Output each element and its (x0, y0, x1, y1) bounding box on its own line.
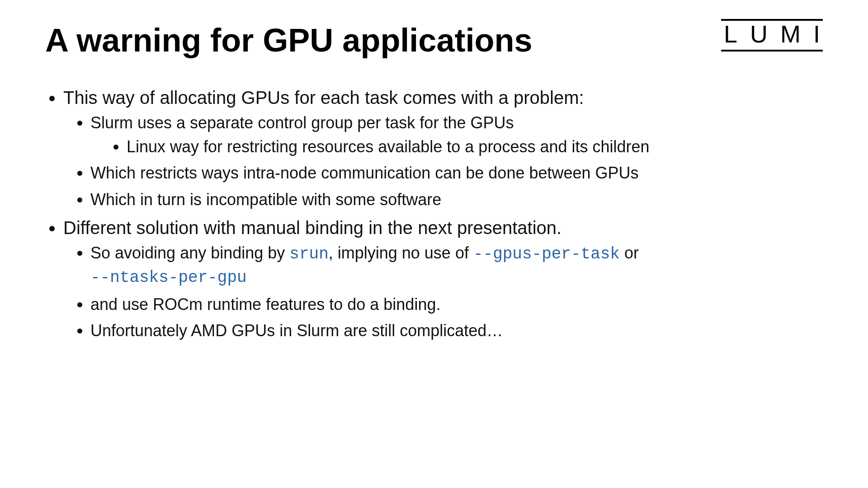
inline-code-ntasks-per-gpu: --ntasks-per-gpu (90, 268, 247, 287)
bullet-text: , implying no use of (329, 244, 473, 262)
inline-code-gpus-per-task: --gpus-per-task (473, 245, 620, 263)
bullet-level1: Different solution with manual binding i… (63, 216, 823, 342)
bullet-list: This way of allocating GPUs for each tas… (45, 86, 823, 342)
bullet-level2: and use ROCm runtime features to do a bi… (90, 294, 823, 316)
inline-code-srun: srun (289, 245, 328, 263)
bullet-text: Unfortunately AMD GPUs in Slurm are stil… (90, 321, 503, 340)
bullet-text: This way of allocating GPUs for each tas… (63, 88, 584, 108)
bullet-text: Which in turn is incompatible with some … (90, 190, 441, 209)
bullet-text: Different solution with manual binding i… (63, 218, 561, 238)
bullet-level3: Linux way for restricting resources avai… (127, 136, 823, 158)
bullet-text: Linux way for restricting resources avai… (127, 137, 650, 156)
bullet-subsublist: Linux way for restricting resources avai… (90, 136, 823, 158)
lumi-logo: LUMI (724, 22, 833, 49)
bullet-text: or (620, 244, 639, 262)
bullet-level2: Slurm uses a separate control group per … (90, 112, 823, 158)
bullet-text: Slurm uses a separate control group per … (90, 113, 514, 132)
bullet-sublist: So avoiding any binding by srun, implyin… (63, 242, 823, 342)
slide: LUMI A warning for GPU applications This… (0, 0, 868, 488)
bullet-level2: Unfortunately AMD GPUs in Slurm are stil… (90, 320, 823, 342)
slide-title: A warning for GPU applications (45, 22, 823, 59)
bullet-level1: This way of allocating GPUs for each tas… (63, 86, 823, 211)
bullet-sublist: Slurm uses a separate control group per … (63, 112, 823, 211)
bullet-level2: Which restricts ways intra-node communic… (90, 162, 823, 184)
bullet-text: So avoiding any binding by (90, 244, 289, 262)
bullet-text: and use ROCm runtime features to do a bi… (90, 295, 440, 314)
bullet-level2: So avoiding any binding by srun, implyin… (90, 242, 823, 289)
bullet-text: Which restricts ways intra-node communic… (90, 164, 639, 182)
bullet-level2: Which in turn is incompatible with some … (90, 189, 823, 211)
